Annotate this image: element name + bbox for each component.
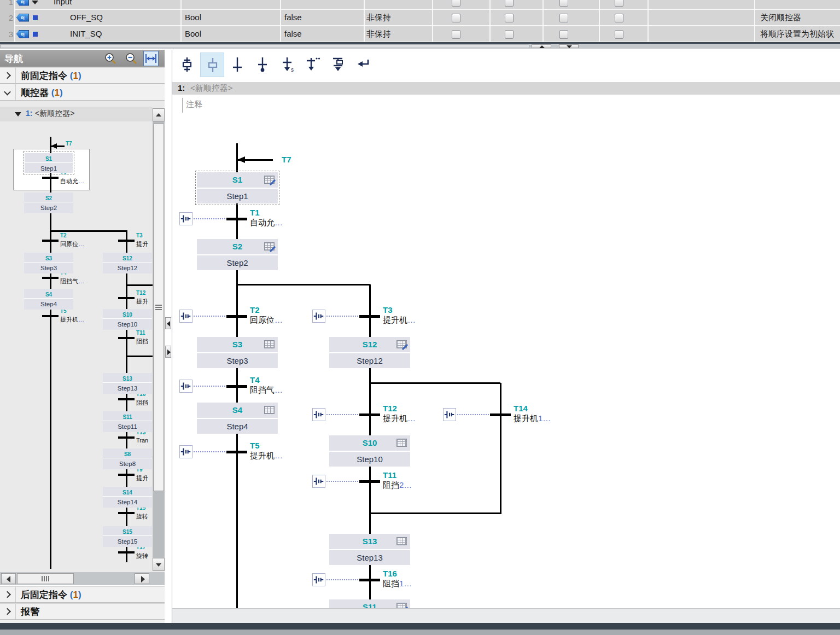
transition-bar[interactable] [226, 315, 247, 318]
step-S14[interactable]: S14Step14 [103, 487, 152, 508]
checkbox[interactable] [452, 14, 460, 22]
hscroll-thumb[interactable] [17, 573, 74, 584]
cell-comment[interactable]: 将顺序设置为初始状 [760, 29, 834, 39]
checkbox[interactable] [452, 30, 460, 39]
transition-bar[interactable] [118, 297, 135, 299]
transition-bar[interactable] [226, 385, 247, 388]
contact-icon[interactable] [179, 445, 192, 458]
contact-icon[interactable] [312, 475, 325, 488]
contact-icon[interactable] [312, 408, 325, 421]
contact-icon[interactable] [179, 380, 192, 393]
step-S12[interactable]: S12Step12 [329, 337, 410, 368]
step-S1[interactable]: S1Step1 [197, 172, 278, 203]
comment-field[interactable]: 注释 [182, 98, 292, 113]
transition-bar[interactable] [118, 551, 135, 554]
checkbox[interactable] [452, 0, 460, 7]
overview-subheader[interactable]: 1: <新顺控器> [0, 107, 153, 121]
action-table-icon[interactable] [396, 439, 407, 447]
section-pre-instructions[interactable]: 前固定指令 (1) [0, 67, 165, 84]
step-S10[interactable]: S10Step10 [103, 309, 152, 330]
section-alarms[interactable]: 报警 [0, 603, 165, 620]
open-simultaneous-branch-button[interactable] [326, 53, 350, 77]
contact-icon[interactable] [312, 573, 325, 586]
checkbox[interactable] [505, 30, 514, 39]
transition-bar[interactable] [359, 413, 380, 416]
vscroll-thumb[interactable] [153, 124, 164, 491]
checkbox[interactable] [505, 0, 514, 7]
step-S13[interactable]: S13Step13 [329, 534, 410, 565]
contact-icon[interactable] [312, 310, 325, 323]
contact-icon[interactable] [179, 310, 192, 323]
cell-name[interactable]: Input [54, 0, 72, 6]
step-S11[interactable]: S11Step11 [103, 411, 152, 432]
checkbox[interactable] [559, 14, 568, 22]
step-S12[interactable]: S12Step12 [103, 253, 152, 273]
cell-name[interactable]: OFF_SQ [70, 13, 103, 22]
cell-comment[interactable]: 关闭顺控器 [760, 13, 801, 23]
vscroll-up-button[interactable] [153, 108, 165, 121]
contact-icon[interactable] [179, 212, 192, 225]
step-S1[interactable]: S1Step1 [25, 153, 73, 173]
cell-datatype[interactable]: Bool [185, 13, 201, 22]
contact-icon[interactable] [443, 408, 456, 421]
step-S3[interactable]: S3Step3 [197, 337, 278, 368]
fit-to-width-button[interactable] [143, 51, 159, 66]
action-table-edit-icon[interactable] [396, 340, 407, 348]
step-S4[interactable]: S4Step4 [197, 403, 278, 434]
step-S2[interactable]: S2Step2 [197, 239, 278, 270]
vscroll-down-button[interactable] [153, 558, 165, 571]
transition-bar[interactable] [42, 240, 59, 242]
transition-bar[interactable] [490, 413, 511, 416]
transition-bar[interactable] [42, 177, 59, 179]
checkbox[interactable] [559, 30, 568, 39]
section-sequencers[interactable]: 顺控器 (1) [0, 84, 165, 101]
step-S3[interactable]: S3Step3 [24, 253, 73, 273]
insert-jump-to-step-button[interactable]: s [276, 53, 300, 77]
zoom-out-button[interactable] [125, 52, 139, 66]
transition-bar[interactable] [118, 474, 135, 476]
section-chevron-cell[interactable] [0, 604, 16, 619]
checkbox[interactable] [615, 30, 623, 39]
section-chevron-cell[interactable] [0, 587, 16, 602]
step-S4[interactable]: S4Step4 [24, 289, 73, 310]
step-S15[interactable]: S15Step15 [103, 526, 152, 547]
transition-bar[interactable] [118, 398, 135, 400]
insert-step-and-transition-button[interactable] [175, 53, 199, 77]
insert-step-button[interactable] [250, 53, 275, 77]
action-table-edit-icon[interactable] [264, 176, 275, 184]
expander-down-icon[interactable] [15, 112, 21, 116]
cell-datatype[interactable]: Bool [185, 29, 201, 38]
transition-bar[interactable] [42, 315, 59, 317]
transition-bar[interactable] [359, 480, 380, 483]
editor-bottom-scrollbar[interactable] [172, 608, 840, 623]
step-S2[interactable]: S2Step2 [24, 193, 73, 213]
insert-transition-button[interactable] [225, 53, 249, 77]
section-chevron-cell[interactable] [0, 84, 16, 100]
cell-retain[interactable]: 非保持 [366, 13, 391, 23]
splitter-collapse-right-button[interactable] [165, 346, 171, 358]
action-table-icon[interactable] [264, 340, 275, 348]
cell-retain[interactable]: 非保持 [366, 29, 391, 39]
splitter-collapse-left-button[interactable] [165, 317, 171, 329]
cell-default-value[interactable]: false [284, 29, 302, 38]
hscroll-left-button[interactable] [1, 573, 16, 584]
section-post-instructions[interactable]: 后固定指令 (1) [0, 586, 165, 603]
splitter-thumb[interactable] [0, 44, 529, 48]
zoom-in-button[interactable] [104, 52, 118, 66]
hscroll-right-button[interactable] [135, 573, 149, 584]
step-S10[interactable]: S10Step10 [329, 435, 410, 467]
cell-default-value[interactable]: false [284, 13, 302, 22]
cell-name[interactable]: INIT_SQ [70, 29, 102, 38]
step-S13[interactable]: S13Step13 [103, 373, 152, 394]
action-table-edit-icon[interactable] [264, 242, 275, 250]
horizontal-splitter[interactable] [0, 44, 840, 49]
insert-transition-and-step-button[interactable] [200, 53, 224, 77]
checkbox[interactable] [559, 0, 568, 7]
expander-down-icon[interactable] [32, 1, 38, 4]
open-alternative-branch-button[interactable] [301, 53, 325, 77]
transition-bar[interactable] [359, 579, 380, 581]
action-table-icon[interactable] [264, 406, 275, 414]
transition-bar[interactable] [359, 315, 380, 318]
transition-bar[interactable] [118, 240, 135, 242]
splitter-collapse-down-button[interactable] [559, 44, 579, 48]
